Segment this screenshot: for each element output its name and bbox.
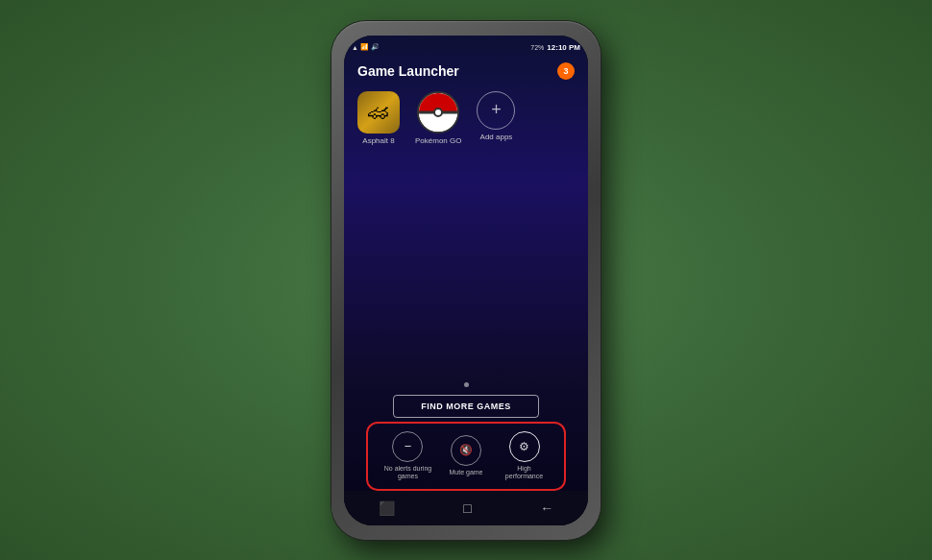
speaker-icon: 🔊 — [371, 43, 380, 51]
bottom-controls: − No alerts during games 🔇 Mute game ⚙ — [376, 427, 555, 485]
nav-bar: ⬛ □ ← — [344, 491, 588, 525]
no-alerts-label: No alerts during games — [383, 465, 431, 481]
performance-icon: ⚙ — [519, 440, 529, 453]
status-left: ▲ 📶 🔊 — [352, 43, 380, 51]
no-alerts-icon: − — [405, 439, 412, 453]
game-item-add[interactable]: + Add apps — [477, 91, 515, 141]
game-item-pokemon[interactable]: Pokémon GO — [415, 91, 461, 145]
pokemon-icon — [417, 91, 459, 134]
back-button[interactable]: ← — [540, 500, 553, 516]
add-apps-circle: + — [477, 91, 515, 130]
notification-badge[interactable]: 3 — [557, 62, 575, 80]
status-bar: ▲ 📶 🔊 72% 12:10 PM — [344, 36, 588, 57]
phone-screen: ▲ 📶 🔊 72% 12:10 PM Game Launcher 3 — [344, 36, 588, 525]
status-right: 72% 12:10 PM — [530, 43, 580, 52]
find-games-button[interactable]: FIND MORE GAMES — [393, 395, 539, 418]
mute-label: Mute game — [449, 469, 482, 476]
performance-icon-circle: ⚙ — [509, 431, 540, 462]
games-area: Asphalt 8 Pokémon GO + Add apps — [344, 84, 588, 153]
notification-count: 3 — [563, 66, 568, 76]
add-apps-label: Add apps — [480, 133, 513, 141]
control-high-performance[interactable]: ⚙ High performance — [501, 431, 549, 481]
control-mute-game[interactable]: 🔇 Mute game — [449, 435, 482, 476]
asphalt-label: Asphalt 8 — [362, 136, 394, 145]
recents-button[interactable]: ⬛ — [379, 500, 395, 516]
page-dot — [464, 382, 469, 387]
performance-label: High performance — [501, 465, 549, 481]
home-button[interactable]: □ — [463, 500, 471, 516]
bottom-controls-wrapper: − No alerts during games 🔇 Mute game ⚙ — [376, 427, 555, 485]
signal-icon: ▲ — [352, 44, 358, 51]
screen-content: ▲ 📶 🔊 72% 12:10 PM Game Launcher 3 — [344, 36, 588, 525]
time-display: 12:10 PM — [547, 43, 580, 52]
battery-percent: 72% — [530, 44, 544, 51]
mute-icon-circle: 🔇 — [451, 435, 481, 466]
mute-icon: 🔇 — [459, 444, 473, 456]
app-header: Game Launcher 3 — [344, 57, 588, 84]
phone-container: ▲ 📶 🔊 72% 12:10 PM Game Launcher 3 — [331, 21, 601, 540]
game-item-asphalt[interactable]: Asphalt 8 — [357, 91, 400, 145]
control-no-alerts[interactable]: − No alerts during games — [383, 431, 431, 481]
no-alerts-icon-circle: − — [392, 431, 423, 462]
pokemon-label: Pokémon GO — [415, 136, 461, 145]
wifi-icon: 📶 — [360, 43, 369, 51]
asphalt-icon — [357, 91, 400, 134]
app-title: Game Launcher — [357, 63, 459, 79]
